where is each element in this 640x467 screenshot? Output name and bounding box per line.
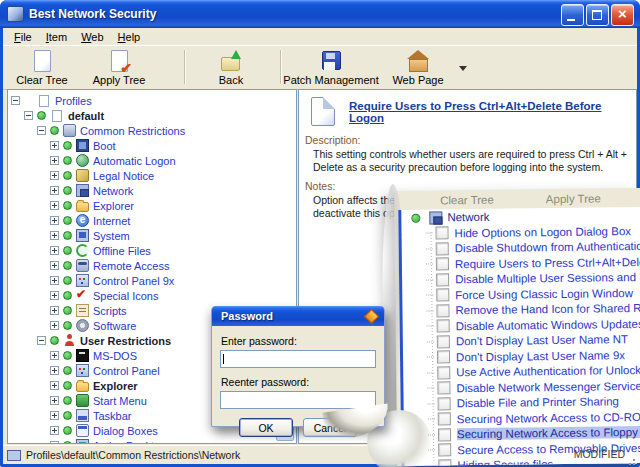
- tree-expander-icon[interactable]: [50, 321, 59, 330]
- enabled-dot-icon: [63, 261, 72, 270]
- tree-item-label: Offline Files: [93, 245, 151, 257]
- tree-item-profiles[interactable]: Profiles: [8, 93, 296, 108]
- tree-item-common-restrictions[interactable]: Common Restrictions: [8, 123, 296, 138]
- tree-item-label: Control Panel 9x: [93, 275, 174, 287]
- checkbox[interactable]: [436, 304, 449, 317]
- checkbox[interactable]: [436, 258, 449, 271]
- tree-expander-icon[interactable]: [50, 366, 59, 375]
- tree-item-internet[interactable]: Internet: [8, 213, 296, 228]
- tree-item-control-panel-9x[interactable]: Control Panel 9x: [8, 273, 296, 288]
- reenter-password-label: Reenter password:: [221, 376, 376, 388]
- key-icon: [364, 309, 380, 325]
- toolbar-separator: [280, 50, 281, 84]
- tree-expander-icon[interactable]: [50, 351, 59, 360]
- tree-expander-icon[interactable]: [50, 216, 59, 225]
- network-icon: [429, 211, 442, 224]
- patch-management-button[interactable]: Patch Management: [282, 48, 380, 88]
- callout-clear-tree-label: Clear Tree: [440, 193, 494, 206]
- offline-files-icon: [76, 244, 89, 257]
- reenter-password-field[interactable]: [220, 391, 376, 409]
- checkbox[interactable]: [437, 335, 450, 348]
- enter-password-field[interactable]: [220, 350, 376, 368]
- tree-expander-icon[interactable]: [50, 381, 59, 390]
- globe-icon: [76, 154, 89, 167]
- tree-expander-icon[interactable]: [11, 96, 20, 105]
- tree-expander-icon[interactable]: [50, 186, 59, 195]
- tree-expander-icon[interactable]: [50, 411, 59, 420]
- tree-item-offline-files[interactable]: Offline Files: [8, 243, 296, 258]
- boot-icon: [76, 139, 89, 152]
- tree-item-special-icons[interactable]: Special Icons: [8, 288, 296, 303]
- checkbox[interactable]: [436, 273, 449, 286]
- tree-item-remote-access[interactable]: Remote Access: [8, 258, 296, 273]
- close-button[interactable]: [611, 4, 634, 26]
- password-dialog-buttons: OK Cancel: [220, 418, 376, 437]
- checkbox[interactable]: [438, 397, 451, 410]
- tree-item-automatic-logon[interactable]: Automatic Logon: [8, 153, 296, 168]
- tree-expander-icon[interactable]: [50, 156, 59, 165]
- resize-grip[interactable]: [624, 450, 636, 462]
- tree-item-boot[interactable]: Boot: [8, 138, 296, 153]
- web-page-button[interactable]: Web Page: [382, 48, 454, 88]
- checkbox[interactable]: [437, 366, 450, 379]
- tree-expander-icon[interactable]: [50, 171, 59, 180]
- checkbox[interactable]: [438, 428, 451, 441]
- tree-expander-icon[interactable]: [37, 126, 46, 135]
- checkbox[interactable]: [436, 242, 449, 255]
- checkbox[interactable]: [437, 351, 450, 364]
- tree-expander-icon[interactable]: [50, 426, 59, 435]
- tree-expander-icon[interactable]: [50, 276, 59, 285]
- enabled-dot-icon: [63, 291, 72, 300]
- apply-tree-button[interactable]: Apply Tree: [81, 48, 157, 88]
- tree-item-legal-notice[interactable]: Legal Notice: [8, 168, 296, 183]
- checkbox[interactable]: [438, 444, 451, 457]
- maximize-button[interactable]: [586, 4, 609, 26]
- tree-item-system[interactable]: System: [8, 228, 296, 243]
- tree-expander-icon[interactable]: [24, 111, 33, 120]
- special-icons-icon: [76, 289, 89, 302]
- toolbar-dropdown[interactable]: [455, 60, 471, 76]
- internet-icon: [76, 214, 89, 227]
- clear-tree-icon: [30, 50, 54, 72]
- clear-tree-button[interactable]: Clear Tree: [5, 48, 79, 88]
- tree-item-default[interactable]: default: [8, 108, 296, 123]
- tree-item-label: MS-DOS: [93, 350, 137, 362]
- enabled-dot-icon: [63, 186, 72, 195]
- tree-item-active-desktop[interactable]: Active Desktop: [8, 438, 296, 444]
- tree-expander-icon[interactable]: [50, 261, 59, 270]
- checkbox[interactable]: [438, 413, 451, 426]
- back-button[interactable]: Back: [194, 48, 268, 88]
- control-panel-icon: [76, 364, 89, 377]
- page-icon: [39, 95, 49, 107]
- menu-file[interactable]: File: [7, 30, 39, 44]
- ok-button[interactable]: OK: [239, 418, 293, 437]
- checkbox[interactable]: [438, 459, 451, 466]
- checkbox[interactable]: [437, 320, 450, 333]
- tree-expander-icon[interactable]: [50, 441, 59, 444]
- cancel-button[interactable]: Cancel: [303, 418, 357, 437]
- menu-item[interactable]: Item: [39, 30, 74, 44]
- tree-expander-icon[interactable]: [50, 306, 59, 315]
- callout-item-label: Disable Network Messenger Service: [456, 380, 640, 394]
- tree-expander-icon[interactable]: [50, 231, 59, 240]
- tree-expander-icon[interactable]: [50, 291, 59, 300]
- checkbox[interactable]: [437, 382, 450, 395]
- tree-expander-icon[interactable]: [50, 246, 59, 255]
- tree-expander-icon[interactable]: [50, 141, 59, 150]
- menu-help[interactable]: Help: [111, 30, 148, 44]
- checkbox[interactable]: [436, 289, 449, 302]
- toolbar-separator: [184, 50, 185, 84]
- menu-web[interactable]: Web: [74, 30, 110, 44]
- enabled-dot-icon: [63, 411, 72, 420]
- minimize-button[interactable]: [561, 4, 584, 26]
- callout-item-label: Use Active Authentication for Unlock and…: [456, 363, 640, 378]
- password-dialog-titlebar[interactable]: Password: [212, 306, 384, 326]
- tree-item-network[interactable]: Network: [8, 183, 296, 198]
- tree-expander-icon[interactable]: [50, 201, 59, 210]
- tree-expander-icon[interactable]: [37, 336, 46, 345]
- apply-tree-icon: [107, 50, 131, 72]
- tree-item-explorer[interactable]: Explorer: [8, 198, 296, 213]
- web-page-icon: [406, 50, 430, 72]
- checkbox[interactable]: [435, 227, 448, 240]
- tree-expander-icon[interactable]: [50, 396, 59, 405]
